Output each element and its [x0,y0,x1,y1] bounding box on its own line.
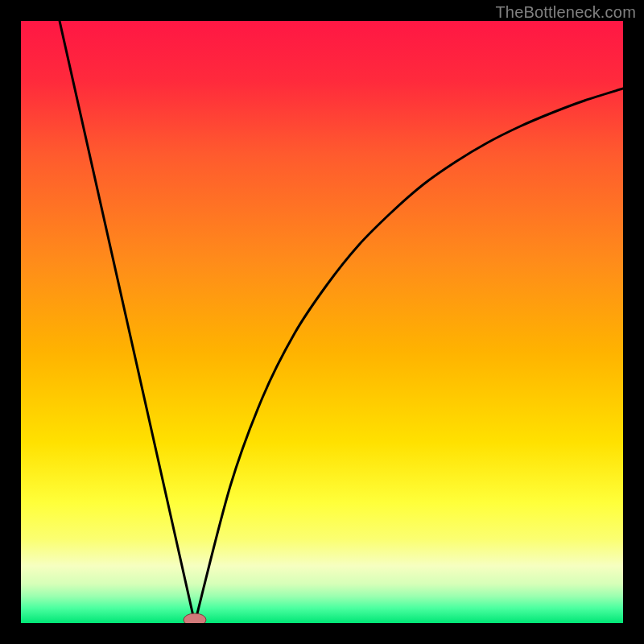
bottleneck-chart [21,21,623,623]
chart-frame: TheBottleneck.com [0,0,644,644]
plot-area [21,21,623,623]
minimum-marker [184,613,206,623]
watermark-text: TheBottleneck.com [495,3,636,22]
gradient-background [21,21,623,623]
